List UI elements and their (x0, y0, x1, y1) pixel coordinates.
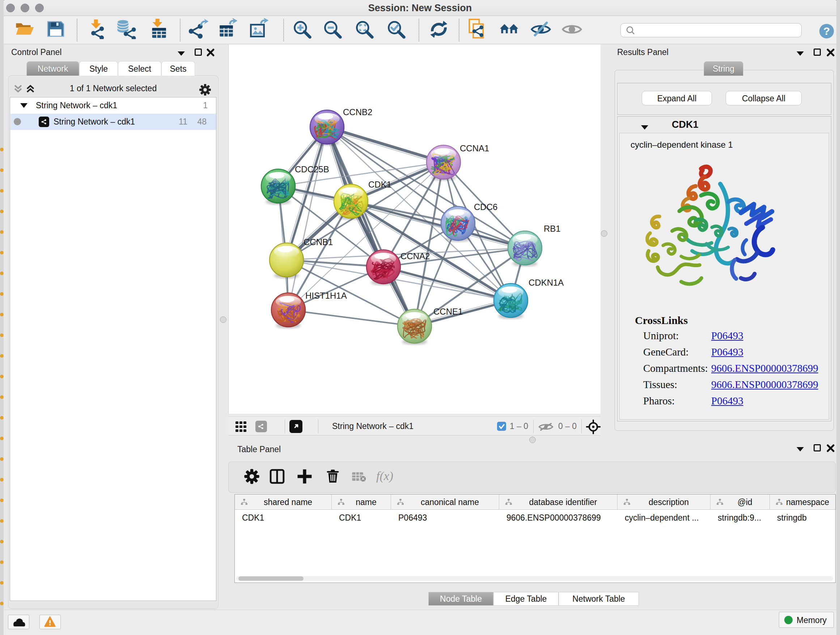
svg-text:CDK1: CDK1 (368, 180, 392, 189)
svg-text:CCNA1: CCNA1 (460, 143, 489, 153)
svg-text:CCNB2: CCNB2 (343, 107, 372, 117)
svg-text:CDC25B: CDC25B (295, 165, 329, 174)
svg-text:RB1: RB1 (544, 224, 561, 233)
svg-text:CDKN1A: CDKN1A (529, 278, 564, 287)
svg-text:HIST1H1A: HIST1H1A (305, 291, 347, 301)
svg-text:CCNB1: CCNB1 (303, 237, 333, 247)
svg-text:CCNE1: CCNE1 (433, 307, 463, 317)
svg-text:CCNA2: CCNA2 (401, 251, 430, 261)
svg-text:CDC6: CDC6 (474, 202, 497, 212)
svg-text:?: ? (823, 25, 830, 37)
